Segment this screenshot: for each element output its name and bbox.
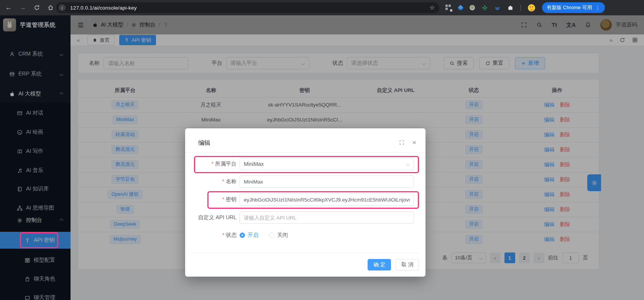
key-field-label: 密钥 [185,196,237,203]
url-text: 127.0.0.1/ai/console/api-key [70,5,137,11]
dialog-header: 编辑 × [185,128,426,153]
platform-select[interactable]: MiniMax [240,158,414,170]
close-icon[interactable]: × [412,140,416,145]
address-bar[interactable]: i 127.0.0.1/ai/console/api-key ☆ [56,2,439,13]
extension-orb-icon[interactable] [470,5,475,10]
url-field-label: 自定义 API URL [185,214,237,221]
radio-status-off[interactable]: 关闭 [269,232,288,239]
url-field-row: 自定义 API URL [185,211,426,224]
screen: ← → i 127.0.0.1/ai/console/api-key ☆ 6 [0,0,644,300]
name-input[interactable] [240,175,414,188]
extension-blocks-icon[interactable]: 6 [445,5,452,11]
confirm-button[interactable]: 确 定 [368,259,391,270]
platform-field-label: 所属平台 [185,161,237,167]
platform-select-value: MiniMax [244,161,264,167]
radio-label: 开启 [248,232,258,239]
name-field-label: 名称 [185,178,237,185]
browser-home-icon[interactable] [48,5,54,11]
url-input[interactable] [240,211,414,224]
extension-layers-icon[interactable] [495,5,500,11]
cancel-button[interactable]: 取 消 [396,259,419,270]
browser-toolbar: ← → i 127.0.0.1/ai/console/api-key ☆ 6 [0,0,644,15]
toolbar-divider [521,5,521,11]
browser-reload-icon[interactable] [34,5,40,11]
chrome-update-button[interactable]: 有新版 Chrome 可用 ⋮ [542,2,605,13]
name-field-row: 名称 [185,175,426,188]
key-field-row: 密钥 [185,193,426,206]
browser-back-icon[interactable]: ← [5,4,12,11]
profile-emoji-avatar[interactable] [528,4,535,11]
chrome-update-label: 有新版 Chrome 可用 [547,4,592,11]
radio-status-on[interactable]: 开启 [240,232,258,239]
status-field-row: 状态 开启 关闭 [185,229,426,241]
edit-dialog: 编辑 × 所属平台 MiniMax 名称 [185,128,426,277]
status-field-label: 状态 [185,232,237,239]
browser-forward-icon[interactable]: → [20,4,26,11]
platform-field-row: 所属平台 MiniMax [185,158,426,170]
chevron-down-icon [406,162,410,166]
radio-label: 关闭 [277,232,288,239]
site-info-icon[interactable]: i [59,4,66,11]
browser-menu-icon[interactable]: ⋮ [595,5,600,11]
app-root: 芋道管理系统 CRM 系统 ERP 系统 AI 大模型 AI 对话 [0,15,644,300]
radio-unchecked-icon [269,233,274,238]
bookmark-star-icon[interactable]: ☆ [430,4,435,11]
radio-checked-icon [240,233,245,238]
key-input[interactable] [240,193,414,206]
extension-diamond-icon[interactable] [458,5,464,11]
extension-star-icon[interactable] [482,5,488,11]
dialog-fullscreen-icon[interactable] [399,140,404,145]
extensions-puzzle-icon[interactable] [507,5,514,11]
dialog-footer-divider [192,253,419,253]
dialog-title: 编辑 [198,139,210,147]
extension-badge: 6 [450,9,452,11]
